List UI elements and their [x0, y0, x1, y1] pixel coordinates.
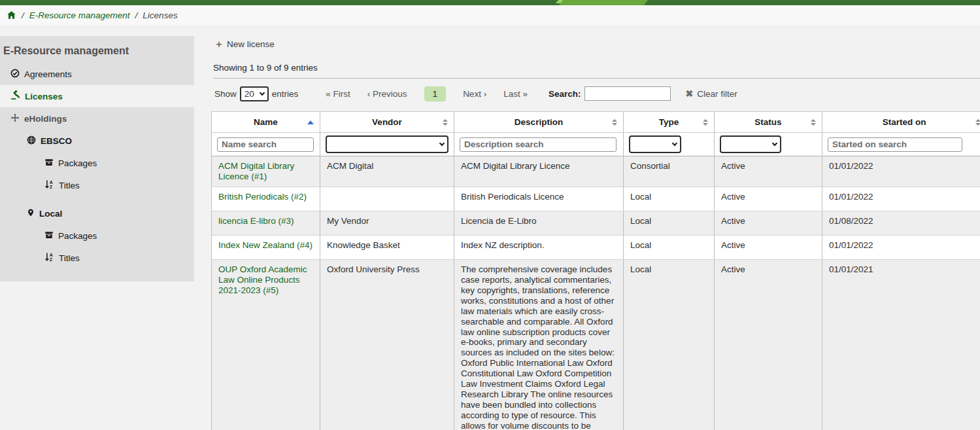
- license-name-link[interactable]: licencia E-libro (#3): [218, 216, 294, 226]
- sidebar-item-label: Local: [39, 209, 62, 219]
- clear-filter-button[interactable]: ✖ Clear filter: [685, 88, 737, 99]
- description-cell: The comprehensive coverage includes case…: [454, 260, 624, 430]
- column-label: Status: [754, 117, 781, 127]
- started-on-cell: 01/01/2021: [822, 260, 980, 430]
- chevron-down-icon: [439, 141, 445, 146]
- breadcrumb-separator: /: [22, 10, 24, 20]
- sort-alpha-icon: AZ: [44, 252, 54, 264]
- status-cell: Active: [715, 236, 822, 260]
- sidebar-item-label: Titles: [59, 253, 80, 263]
- search-input[interactable]: [584, 86, 671, 101]
- show-label: Show: [214, 89, 237, 99]
- sidebar-item-local-packages[interactable]: Packages: [0, 224, 194, 247]
- pagination-next-button[interactable]: Next ›: [463, 89, 486, 99]
- type-cell: Local: [624, 236, 715, 260]
- sort-both-icon: [975, 119, 980, 126]
- status-cell: Active: [715, 211, 822, 236]
- arrows-move-icon: [10, 113, 20, 124]
- sidebar-item-ebsco[interactable]: EBSCO: [0, 130, 194, 152]
- column-label: Started on: [883, 117, 926, 127]
- pagination-first-button[interactable]: « First: [326, 89, 350, 99]
- column-header-description[interactable]: Description: [454, 112, 624, 133]
- sort-both-icon: [443, 119, 448, 126]
- map-marker-icon: [27, 208, 35, 219]
- column-header-status[interactable]: Status: [715, 112, 822, 133]
- description-filter-input[interactable]: [460, 137, 617, 152]
- started-on-filter-input[interactable]: [828, 137, 962, 152]
- vendor-cell: My Vendor: [320, 211, 454, 236]
- sort-both-icon: [612, 119, 617, 126]
- new-license-label: New license: [227, 39, 275, 49]
- erm-sidebar: E-Resource management Agreements License…: [0, 36, 194, 281]
- type-filter-select[interactable]: [629, 135, 681, 153]
- status-cell: Active: [715, 187, 822, 211]
- pagination-current-page[interactable]: 1: [424, 86, 447, 101]
- column-header-started-on[interactable]: Started on: [822, 112, 980, 133]
- globe-icon: [27, 135, 36, 147]
- pagination-previous-button[interactable]: ‹ Previous: [367, 89, 407, 99]
- vendor-cell: ACM Digital: [320, 156, 454, 187]
- clear-filter-label: Clear filter: [697, 89, 737, 99]
- sidebar-item-label: Agreements: [24, 69, 72, 79]
- table-row: OUP Oxford Academic Law Online Products …: [212, 260, 980, 430]
- licenses-table-container: Name Vendor Description Type: [211, 111, 980, 430]
- sidebar-heading: E-Resource management: [0, 36, 194, 63]
- table-row: Index New Zealand (#4) Knowledge Basket …: [212, 236, 980, 260]
- search-label: Search:: [549, 89, 581, 99]
- sidebar-item-ebsco-packages[interactable]: Packages: [0, 152, 194, 174]
- started-on-cell: 01/01/2022: [822, 156, 980, 187]
- chevron-down-icon: [672, 141, 677, 146]
- license-name-link[interactable]: Index New Zealand (#4): [218, 240, 313, 250]
- svg-text:A: A: [50, 180, 53, 185]
- plus-icon: +: [216, 40, 222, 49]
- status-filter-select[interactable]: [720, 135, 781, 153]
- top-accent-bar: [0, 0, 980, 5]
- sort-both-icon: [703, 119, 708, 126]
- home-icon[interactable]: [7, 10, 16, 20]
- license-name-link[interactable]: British Periodicals (#2): [218, 192, 307, 202]
- vendor-filter-select[interactable]: [326, 135, 448, 153]
- page-size-select[interactable]: 20: [240, 86, 269, 101]
- sidebar-item-label: Packages: [58, 158, 97, 168]
- filter-row: [212, 133, 980, 156]
- breadcrumb-erm-link[interactable]: E-Resource management: [29, 10, 130, 20]
- vendor-cell: Oxford University Press: [320, 260, 454, 430]
- vendor-cell: Knowledge Basket: [320, 236, 454, 260]
- sidebar-item-label: eHoldings: [24, 114, 67, 124]
- description-cell: Licencia de E-Libro: [454, 211, 624, 236]
- sidebar-spacer: [0, 196, 194, 202]
- svg-text:Z: Z: [50, 257, 53, 262]
- clear-x-icon: ✖: [685, 88, 693, 99]
- column-label: Description: [515, 117, 563, 127]
- breadcrumb: / E-Resource management / Licenses: [0, 5, 980, 25]
- sort-ascending-icon: [307, 120, 314, 124]
- column-header-name[interactable]: Name: [212, 112, 320, 133]
- licenses-table: Name Vendor Description Type: [211, 111, 980, 430]
- license-name-link[interactable]: OUP Oxford Academic Law Online Products …: [218, 264, 307, 295]
- column-header-type[interactable]: Type: [624, 112, 715, 133]
- sidebar-item-agreements[interactable]: Agreements: [0, 63, 194, 85]
- archive-box-icon: [44, 230, 54, 242]
- svg-text:A: A: [50, 253, 53, 257]
- sidebar-item-local[interactable]: Local: [0, 202, 194, 224]
- sidebar-item-ebsco-titles[interactable]: AZ Titles: [0, 174, 194, 196]
- table-controls: Show 20 entries « First ‹ Previous 1 Nex…: [214, 84, 980, 103]
- license-name-link[interactable]: ACM Digital Library Licence (#1): [218, 161, 294, 181]
- table-row: British Periodicals (#2) British Periodi…: [212, 187, 980, 211]
- column-header-vendor[interactable]: Vendor: [320, 112, 454, 133]
- breadcrumb-current: Licenses: [143, 10, 177, 20]
- started-on-cell: 01/01/2022: [822, 187, 980, 211]
- logo-swoosh: [559, 0, 648, 5]
- chevron-down-icon: [260, 90, 265, 95]
- sidebar-item-local-titles[interactable]: AZ Titles: [0, 247, 194, 269]
- pagination-last-button[interactable]: Last »: [503, 89, 528, 99]
- table-row: ACM Digital Library Licence (#1) ACM Dig…: [212, 156, 980, 187]
- name-filter-input[interactable]: [217, 137, 314, 152]
- started-on-cell: 01/08/2022: [822, 211, 980, 236]
- new-license-button[interactable]: + New license: [216, 39, 275, 49]
- sidebar-item-label: Titles: [59, 181, 80, 190]
- sidebar-item-eholdings[interactable]: eHoldings: [0, 107, 194, 130]
- table-info-text: Showing 1 to 9 of 9 entries: [213, 63, 318, 73]
- sidebar-item-licenses[interactable]: Licenses: [0, 85, 194, 107]
- description-cell: British Periodicals Licence: [454, 187, 624, 211]
